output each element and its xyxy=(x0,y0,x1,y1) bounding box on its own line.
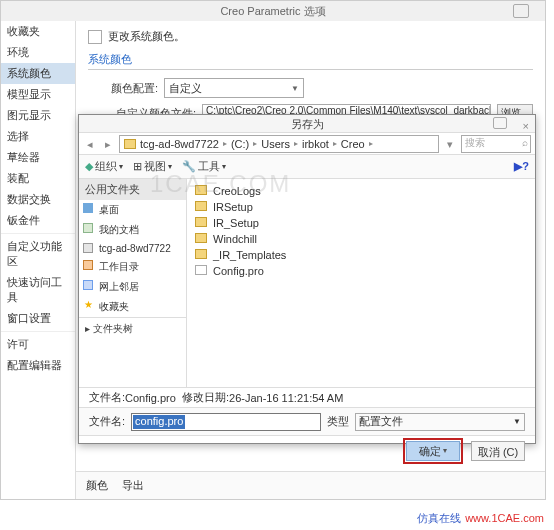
search-input[interactable]: 搜索 ⌕ xyxy=(461,135,531,153)
help-icon[interactable]: ▶? xyxy=(514,160,529,173)
file-item[interactable]: Config.pro xyxy=(191,263,531,279)
file-item[interactable]: _IR_Templates xyxy=(191,247,531,263)
place-item[interactable]: 我的文档 xyxy=(79,220,186,240)
nav-dropdown-icon[interactable]: ▾ xyxy=(443,137,457,151)
file-info-row: 文件名: Config.pro 修改日期: 26-Jan-16 11:21:54… xyxy=(79,387,535,407)
place-item[interactable]: 桌面 xyxy=(79,200,186,220)
bc-c[interactable]: (C:) xyxy=(231,138,249,150)
button-row: 确定▾ 取消 (C) xyxy=(79,435,535,465)
saveas-title: 另存为 xyxy=(291,118,324,130)
fav-icon: ★ xyxy=(83,300,93,310)
breadcrumb[interactable]: tcg-ad-8wd7722▸ (C:)▸ Users▸ irbkot▸ Cre… xyxy=(119,135,439,153)
color-config-value: 自定义 xyxy=(169,81,202,96)
color-config-select[interactable]: 自定义 ▼ xyxy=(164,78,304,98)
system-menu-icon[interactable] xyxy=(513,4,529,18)
host-icon xyxy=(83,243,93,253)
neigh-icon xyxy=(83,280,93,290)
page-icon xyxy=(88,30,102,44)
place-item[interactable]: 网上邻居 xyxy=(79,277,186,297)
type-label: 类型 xyxy=(327,414,349,429)
folder-icon xyxy=(195,201,207,211)
desktop-icon xyxy=(83,203,93,213)
folder-icon xyxy=(195,185,207,195)
toolbar: ◆组织▾ ⊞视图▾ 🔧工具▾ ▶? xyxy=(79,155,535,179)
saveas-body: 公用文件夹 桌面我的文档tcg-ad-8wd7722工作目录网上邻居★收藏夹 ▸… xyxy=(79,179,535,387)
filename-label: 文件名: xyxy=(89,414,125,429)
workdir-icon xyxy=(83,260,93,270)
chevron-down-icon: ▼ xyxy=(291,84,299,93)
saveas-titlebar: 另存为 × xyxy=(79,115,535,133)
sidebar-item[interactable]: 收藏夹 xyxy=(1,21,75,42)
place-item[interactable]: tcg-ad-8wd7722 xyxy=(79,240,186,257)
sidebar-item[interactable]: 许可 xyxy=(1,334,75,355)
sidebar-item[interactable]: 装配 xyxy=(1,168,75,189)
sidebar-item[interactable]: 模型显示 xyxy=(1,84,75,105)
folder-tree-expander[interactable]: ▸ 文件夹树 xyxy=(79,317,186,340)
close-icon[interactable]: × xyxy=(523,117,529,135)
file-item[interactable]: CreoLogs xyxy=(191,183,531,199)
site-url: 仿真在线 www.1CAE.com xyxy=(417,509,544,526)
place-item[interactable]: 工作目录 xyxy=(79,257,186,277)
sidebar-item[interactable]: 环境 xyxy=(1,42,75,63)
nav-back-icon[interactable]: ◂ xyxy=(83,137,97,151)
places-header: 公用文件夹 xyxy=(79,179,186,200)
color-config-label: 颜色配置: xyxy=(88,81,158,96)
filename-row: 文件名: config.pro 类型 配置文件 ▼ xyxy=(79,407,535,435)
navbar: ◂ ▸ tcg-ad-8wd7722▸ (C:)▸ Users▸ irbkot▸… xyxy=(79,133,535,155)
section-header: 系统颜色 xyxy=(88,52,533,70)
options-title: Creo Parametric 选项 xyxy=(220,5,325,17)
settings-icon[interactable] xyxy=(493,117,507,129)
docs-icon xyxy=(83,223,93,233)
sidebar-item[interactable]: 系统颜色 xyxy=(1,63,75,84)
folder-icon xyxy=(124,139,136,149)
sidebar-item[interactable]: 窗口设置 xyxy=(1,308,75,329)
tools-button[interactable]: 🔧工具▾ xyxy=(182,159,226,174)
sidebar-item[interactable]: 选择 xyxy=(1,126,75,147)
organize-icon: ◆ xyxy=(85,160,93,173)
file-item[interactable]: Windchill xyxy=(191,231,531,247)
filename-input[interactable]: config.pro xyxy=(131,413,321,431)
organize-button[interactable]: ◆组织▾ xyxy=(85,159,123,174)
ok-button[interactable]: 确定▾ xyxy=(406,441,460,461)
sidebar-item[interactable]: 数据交换 xyxy=(1,189,75,210)
footer-color[interactable]: 颜色 xyxy=(86,478,108,493)
saveas-dialog: 另存为 × ◂ ▸ tcg-ad-8wd7722▸ (C:)▸ Users▸ i… xyxy=(78,114,536,444)
type-select[interactable]: 配置文件 ▼ xyxy=(355,413,525,431)
file-icon xyxy=(195,265,207,275)
view-button[interactable]: ⊞视图▾ xyxy=(133,159,172,174)
folder-icon xyxy=(195,233,207,243)
ok-button-highlight: 确定▾ xyxy=(403,438,463,464)
folder-icon xyxy=(195,217,207,227)
sidebar-item[interactable]: 钣金件 xyxy=(1,210,75,231)
chevron-down-icon: ▼ xyxy=(513,417,521,426)
nav-fwd-icon[interactable]: ▸ xyxy=(101,137,115,151)
search-placeholder: 搜索 xyxy=(462,137,485,148)
options-sidebar: 收藏夹环境系统颜色模型显示图元显示选择草绘器装配数据交换钣金件自定义功能区快速访… xyxy=(1,21,76,499)
file-item[interactable]: IRSetup xyxy=(191,199,531,215)
folder-icon xyxy=(195,249,207,259)
footer-export[interactable]: 导出 xyxy=(122,478,144,493)
search-icon: ⌕ xyxy=(522,137,528,148)
sidebar-item[interactable]: 自定义功能区 xyxy=(1,236,75,272)
bc-host[interactable]: tcg-ad-8wd7722 xyxy=(140,138,219,150)
bc-user[interactable]: irbkot xyxy=(302,138,329,150)
options-footer: 颜色 导出 xyxy=(76,471,545,499)
places-pane: 公用文件夹 桌面我的文档tcg-ad-8wd7722工作目录网上邻居★收藏夹 ▸… xyxy=(79,179,187,387)
options-titlebar: Creo Parametric 选项 xyxy=(1,1,545,21)
bc-users[interactable]: Users xyxy=(261,138,290,150)
sidebar-item[interactable]: 图元显示 xyxy=(1,105,75,126)
sidebar-item[interactable]: 草绘器 xyxy=(1,147,75,168)
options-desc: 更改系统颜色。 xyxy=(108,29,185,44)
sidebar-item[interactable]: 快速访问工具 xyxy=(1,272,75,308)
cancel-button[interactable]: 取消 (C) xyxy=(471,441,525,461)
bc-folder[interactable]: Creo xyxy=(341,138,365,150)
sidebar-item[interactable]: 配置编辑器 xyxy=(1,355,75,376)
place-item[interactable]: ★收藏夹 xyxy=(79,297,186,317)
file-item[interactable]: IR_Setup xyxy=(191,215,531,231)
file-list[interactable]: CreoLogsIRSetupIR_SetupWindchill_IR_Temp… xyxy=(187,179,535,387)
